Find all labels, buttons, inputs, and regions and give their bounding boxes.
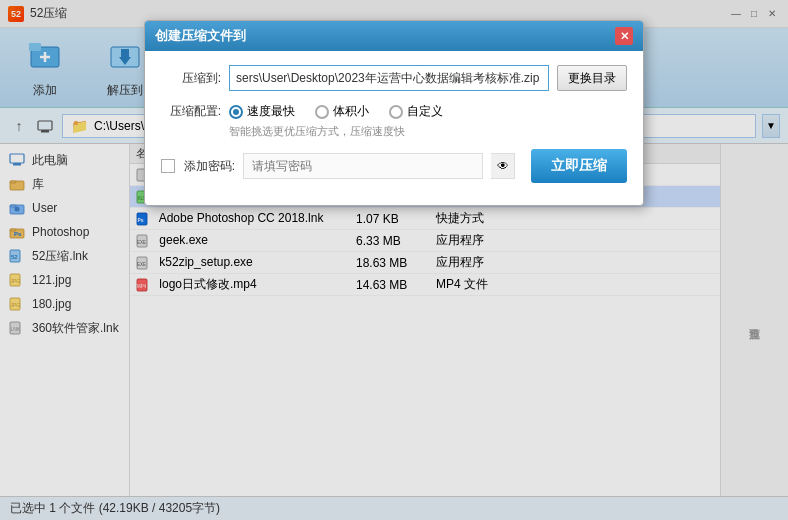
password-row: 添加密码: 👁 立即压缩 — [161, 149, 627, 183]
compress-button[interactable]: 立即压缩 — [531, 149, 627, 183]
radio-circle-fastest — [229, 105, 243, 119]
password-label: 添加密码: — [183, 158, 235, 175]
radio-circle-smallest — [315, 105, 329, 119]
radio-smallest[interactable]: 体积小 — [315, 103, 369, 120]
radio-fastest[interactable]: 速度最快 — [229, 103, 295, 120]
compress-config-label: 压缩配置: — [161, 103, 221, 120]
radio-label-smallest: 体积小 — [333, 103, 369, 120]
password-eye-button[interactable]: 👁 — [491, 153, 515, 179]
compress-config-row: 压缩配置: 速度最快 体积小 自定义 — [161, 103, 627, 120]
compress-to-row: 压缩到: 更换目录 — [161, 65, 627, 91]
radio-label-fastest: 速度最快 — [247, 103, 295, 120]
password-checkbox[interactable] — [161, 159, 175, 173]
dialog-title: 创建压缩文件到 — [155, 27, 246, 45]
radio-label-custom: 自定义 — [407, 103, 443, 120]
radio-dot-fastest — [233, 109, 239, 115]
dialog-close-button[interactable]: ✕ — [615, 27, 633, 45]
radio-circle-custom — [389, 105, 403, 119]
compress-hint: 智能挑选更优压缩方式，压缩速度快 — [229, 124, 627, 139]
dialog-body: 压缩到: 更换目录 压缩配置: 速度最快 体积小 — [145, 51, 643, 205]
radio-group: 速度最快 体积小 自定义 — [229, 103, 627, 120]
change-dir-button[interactable]: 更换目录 — [557, 65, 627, 91]
create-archive-dialog: 创建压缩文件到 ✕ 压缩到: 更换目录 压缩配置: 速度最快 — [144, 20, 644, 206]
compress-to-label: 压缩到: — [161, 70, 221, 87]
radio-custom[interactable]: 自定义 — [389, 103, 443, 120]
compress-to-input[interactable] — [229, 65, 549, 91]
dialog-titlebar: 创建压缩文件到 ✕ — [145, 21, 643, 51]
password-input[interactable] — [243, 153, 483, 179]
modal-overlay: 创建压缩文件到 ✕ 压缩到: 更换目录 压缩配置: 速度最快 — [0, 0, 788, 520]
